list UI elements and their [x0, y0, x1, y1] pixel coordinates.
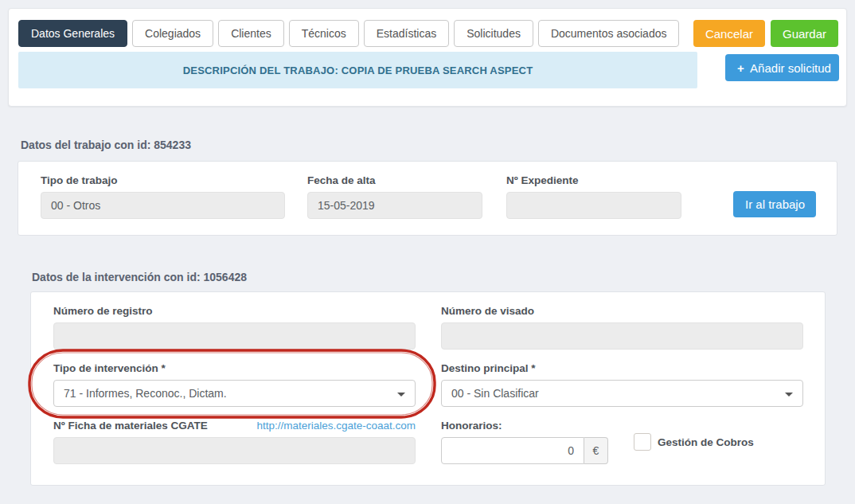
- tab-clientes[interactable]: Clientes: [218, 20, 284, 47]
- destino-principal-value: 00 - Sin Clasificar: [451, 387, 539, 400]
- fecha-alta-label: Fecha de alta: [307, 174, 482, 186]
- field-destino-principal: Destino principal * 00 - Sin Clasificar: [441, 362, 803, 407]
- numero-visado-label: Número de visado: [441, 305, 803, 317]
- field-tipo-intervencion: Tipo de intervención * 71 - Informes, Re…: [53, 362, 416, 407]
- materiales-link[interactable]: http://materiales.cgate-coaat.com: [256, 420, 416, 432]
- expediente-input: [506, 192, 681, 219]
- tab-datos-generales[interactable]: Datos Generales: [18, 20, 127, 47]
- expediente-label: Nº Expediente: [506, 174, 681, 186]
- tipo-intervencion-select[interactable]: 71 - Informes, Reconoc., Dictam.: [53, 380, 416, 407]
- fecha-alta-input: [307, 192, 482, 219]
- numero-registro-label: Número de registro: [53, 305, 416, 317]
- work-card: Tipo de trabajo Fecha de alta Nº Expedie…: [18, 161, 837, 236]
- tipo-trabajo-input: [41, 192, 285, 219]
- tipo-intervencion-value: 71 - Informes, Reconoc., Dictam.: [64, 387, 227, 400]
- field-fecha-alta: Fecha de alta: [307, 174, 482, 219]
- numero-visado-input: [441, 322, 803, 350]
- work-description-banner: DESCRIPCIÓN DEL TRABAJO: COPIA DE PRUEBA…: [18, 52, 697, 88]
- destino-principal-select[interactable]: 00 - Sin Clasificar: [441, 380, 803, 407]
- plus-icon: +: [737, 61, 744, 75]
- tab-documentos-asociados[interactable]: Documentos asociados: [538, 20, 680, 47]
- header-actions: Cancelar Guardar: [693, 20, 838, 47]
- save-button[interactable]: Guardar: [771, 20, 838, 47]
- ficha-materiales-input: [53, 437, 416, 464]
- cancel-button[interactable]: Cancelar: [693, 20, 765, 47]
- tab-tecnicos[interactable]: Técnicos: [289, 20, 359, 47]
- field-honorarios: Honorarios: €: [441, 420, 608, 464]
- tipo-intervencion-label: Tipo de intervención *: [53, 362, 416, 374]
- intervention-card: Número de registro Número de visado Tipo…: [30, 291, 826, 486]
- chevron-down-icon: [397, 393, 405, 397]
- euro-addon: €: [584, 437, 608, 464]
- add-request-button[interactable]: + Añadir solicitud: [725, 54, 839, 81]
- field-ficha-materiales: Nº Ficha de materiales CGATE http://mate…: [53, 420, 416, 464]
- intervention-section-heading: Datos de la intervención con id: 1056428: [32, 271, 247, 283]
- ficha-materiales-label: Nº Ficha de materiales CGATE: [53, 420, 208, 432]
- honorarios-label: Honorarios:: [441, 420, 608, 432]
- destino-principal-label: Destino principal *: [441, 362, 803, 374]
- tab-bar: Datos Generales Colegiados Clientes Técn…: [18, 20, 838, 47]
- honorarios-input[interactable]: [441, 437, 584, 464]
- header-card: Datos Generales Colegiados Clientes Técn…: [8, 8, 847, 107]
- work-description-text: DESCRIPCIÓN DEL TRABAJO: COPIA DE PRUEBA…: [183, 64, 533, 76]
- field-expediente: Nº Expediente: [506, 174, 681, 219]
- tab-solicitudes[interactable]: Solicitudes: [454, 20, 533, 47]
- chevron-down-icon: [785, 393, 793, 397]
- tab-colegiados[interactable]: Colegiados: [132, 20, 213, 47]
- field-numero-visado: Número de visado: [441, 305, 803, 350]
- tab-estadisticas[interactable]: Estadísticas: [364, 20, 449, 47]
- field-tipo-trabajo: Tipo de trabajo: [41, 174, 285, 219]
- tipo-trabajo-label: Tipo de trabajo: [41, 174, 285, 186]
- numero-registro-input: [53, 322, 416, 350]
- add-request-label: Añadir solicitud: [748, 61, 831, 75]
- work-section-heading: Datos del trabajo con id: 854233: [21, 139, 191, 151]
- go-to-work-button[interactable]: Ir al trabajo: [733, 191, 816, 217]
- gestion-cobros-checkbox[interactable]: [634, 433, 651, 451]
- field-numero-registro: Número de registro: [53, 305, 416, 350]
- gestion-cobros-group: Gestión de Cobros: [634, 433, 754, 451]
- gestion-cobros-label: Gestión de Cobros: [658, 436, 754, 448]
